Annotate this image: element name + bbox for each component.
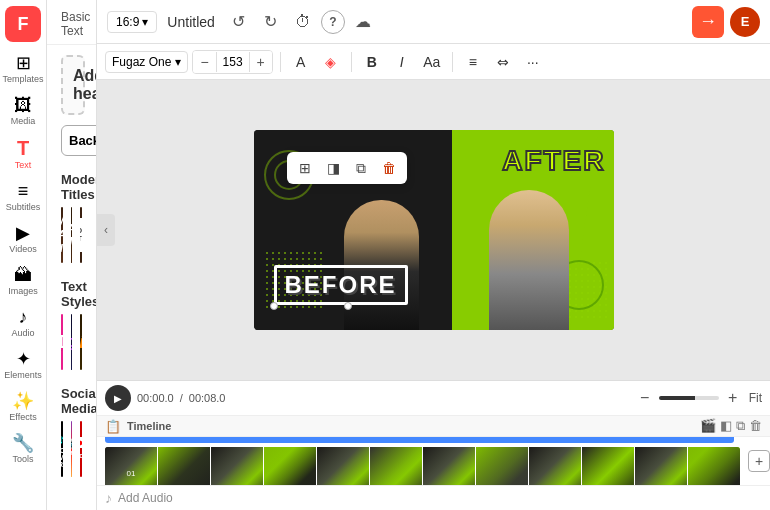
align-button[interactable]: ≡ <box>460 49 486 75</box>
timeline-icon-1[interactable]: 🎬 <box>700 418 716 434</box>
font-size-increase[interactable]: + <box>250 51 272 73</box>
timeline-header: 📋 Timeline 🎬 ◧ ⧉ 🗑 <box>97 416 770 437</box>
font-size-decrease[interactable]: − <box>193 51 215 73</box>
sidebar-item-templates[interactable]: ⊞ Templates <box>0 49 46 89</box>
text-fill-button[interactable]: A <box>288 49 314 75</box>
resize-handle-br[interactable] <box>344 302 352 310</box>
text-style-card-juice[interactable]: Juice <box>80 314 82 370</box>
video-thumb-12 <box>688 447 740 485</box>
resize-handle-bl[interactable] <box>270 302 278 310</box>
social-media-section-header: Social Media See all <box>47 380 96 421</box>
social-media-label: Social Media <box>61 386 97 416</box>
modern-title-card-3[interactable]: MODERNRATING <box>80 207 82 263</box>
sidebar-item-images[interactable]: 🏔 Images <box>0 261 46 301</box>
current-time: 00:00.0 <box>137 392 174 404</box>
sidebar-item-subtitles[interactable]: ≡ Subtitles <box>0 177 46 217</box>
document-title: Untitled <box>167 14 214 30</box>
social-card-instagram[interactable]: 📷 @youraccount here <box>71 421 73 477</box>
selection-delete-button[interactable]: 🗑 <box>377 156 401 180</box>
sidebar-item-label: Media <box>11 116 36 126</box>
sidebar-item-videos[interactable]: ▶ Videos <box>0 219 46 259</box>
redo-button[interactable]: ↻ <box>257 8 285 36</box>
video-thumb-5 <box>317 447 369 485</box>
font-size-value: 153 <box>216 52 250 72</box>
timeline-icon: 📋 <box>105 419 121 434</box>
video-thumb-9 <box>529 447 581 485</box>
add-audio-area: ♪ Add Audio <box>97 485 770 510</box>
color-picker-button[interactable]: ◈ <box>318 49 344 75</box>
tab-background[interactable]: Background <box>61 125 97 156</box>
add-audio-label[interactable]: Add Audio <box>118 491 173 505</box>
sidebar-item-label: Tools <box>12 454 33 464</box>
zoom-in-button[interactable]: + <box>723 389 743 407</box>
tools-icon: 🔧 <box>12 434 34 452</box>
undo-button[interactable]: ↺ <box>225 8 253 36</box>
timeline-icon-2[interactable]: ◧ <box>720 418 732 434</box>
video-thumb-6 <box>370 447 422 485</box>
panel-header: Basic Text <box>47 0 96 45</box>
timeline-copy-button[interactable]: ⧉ <box>736 418 745 434</box>
more-options-button[interactable]: ··· <box>520 49 546 75</box>
modern-title-card-2[interactable]: CREATIVEDESIGNS <box>71 207 73 263</box>
text-styles-section-header: Text Styles See all <box>47 273 96 314</box>
play-button[interactable]: ▶ <box>105 385 131 411</box>
sidebar-item-tools[interactable]: 🔧 Tools <box>0 429 46 469</box>
selection-tool-2[interactable]: ◨ <box>321 156 345 180</box>
aspect-ratio-button[interactable]: 16:9 ▾ <box>107 11 157 33</box>
panel-collapse-button[interactable]: ‹ <box>97 214 115 246</box>
fit-button[interactable]: Fit <box>749 391 762 405</box>
sidebar-item-label: Subtitles <box>6 202 41 212</box>
effects-icon: ✨ <box>12 392 34 410</box>
video-thumb-11 <box>635 447 687 485</box>
text-style-card-shadow[interactable]: SHADOW <box>61 314 63 370</box>
text-track-label: BEFORE <box>121 437 163 439</box>
sidebar-item-label: Images <box>8 286 38 296</box>
elements-icon: ✦ <box>16 350 31 368</box>
add-track-button[interactable]: + <box>748 450 770 472</box>
spacing-button[interactable]: ⇔ <box>490 49 516 75</box>
bold-button[interactable]: B <box>359 49 385 75</box>
timer-icon[interactable]: ⏱ <box>289 8 317 36</box>
text-icon: T <box>17 138 29 158</box>
selection-copy-button[interactable]: ⧉ <box>349 156 373 180</box>
social-card-tiktok[interactable]: ♪ @YOUR NAME HERE <box>61 421 63 477</box>
selection-tool-1[interactable]: ⊞ <box>293 156 317 180</box>
user-avatar[interactable]: E <box>730 7 760 37</box>
video-track[interactable]: 01 <box>105 447 740 485</box>
sidebar-item-label: Text <box>15 160 32 170</box>
video-thumb-10 <box>582 447 634 485</box>
app-logo[interactable]: F <box>5 6 41 42</box>
cloud-icon[interactable]: ☁ <box>349 8 377 36</box>
sidebar-item-label: Videos <box>9 244 36 254</box>
modern-title-card-1[interactable]: / CREATIVEDESIGNS <box>61 207 63 263</box>
timeline-controls: ▶ 00:00.0 / 00:08.0 − + Fit <box>97 381 770 416</box>
sidebar-item-media[interactable]: 🖼 Media <box>0 91 46 131</box>
audio-icon: ♪ <box>19 308 28 326</box>
audio-add-icon: ♪ <box>105 490 112 506</box>
topbar-actions: ↺ ↻ ⏱ ? ☁ <box>225 8 377 36</box>
social-card-youtube[interactable]: Subscribed <box>80 421 82 477</box>
zoom-slider[interactable] <box>659 396 719 400</box>
total-time: 00:08.0 <box>189 392 226 404</box>
font-family-select[interactable]: Fugaz One ▾ <box>105 51 188 73</box>
sidebar-item-text[interactable]: T Text <box>0 133 46 175</box>
templates-icon: ⊞ <box>16 54 31 72</box>
timeline-delete-button[interactable]: 🗑 <box>749 418 762 434</box>
zoom-out-button[interactable]: − <box>635 389 655 407</box>
add-heading-button[interactable]: Add heading <box>61 55 85 115</box>
sidebar-item-label: Templates <box>2 74 43 84</box>
main-area: 16:9 ▾ Untitled ↺ ↻ ⏱ ? ☁ → E Fugaz One … <box>97 0 770 510</box>
case-button[interactable]: Aa <box>419 49 445 75</box>
after-text-container[interactable]: AFTER <box>502 145 605 177</box>
text-style-card-night[interactable]: Night <box>71 314 73 370</box>
text-track[interactable]: T BEFORE <box>105 437 734 443</box>
sidebar-item-effects[interactable]: ✨ Effects <box>0 387 46 427</box>
help-icon[interactable]: ? <box>321 10 345 34</box>
sidebar-item-elements[interactable]: ✦ Elements <box>0 345 46 385</box>
video-thumb-4 <box>264 447 316 485</box>
sidebar-item-audio[interactable]: ♪ Audio <box>0 303 46 343</box>
canvas-area: ‹ <box>97 80 770 380</box>
export-button[interactable]: → <box>692 6 724 38</box>
before-text-container[interactable]: BEFORE <box>274 265 408 305</box>
italic-button[interactable]: I <box>389 49 415 75</box>
